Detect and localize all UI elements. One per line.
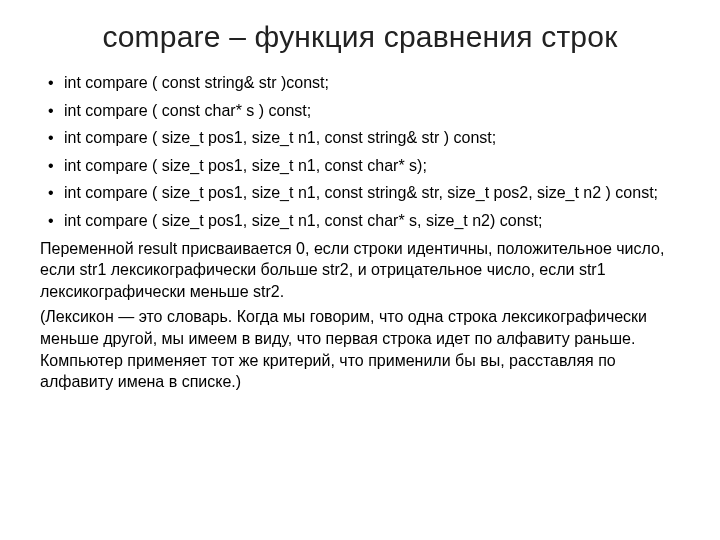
list-item: int compare ( size_t pos1, size_t n1, co… [64,127,684,149]
bullet-list: int compare ( const string& str )const; … [36,72,684,232]
paragraph-result: Переменной result присваивается 0, если … [36,238,684,303]
list-item: int compare ( size_t pos1, size_t n1, co… [64,210,684,232]
list-item: int compare ( size_t pos1, size_t n1, co… [64,182,684,204]
slide: compare – функция сравнения строк int co… [0,0,720,540]
slide-content: int compare ( const string& str )const; … [36,72,684,393]
list-item: int compare ( const string& str )const; [64,72,684,94]
slide-title: compare – функция сравнения строк [36,20,684,54]
list-item: int compare ( const char* s ) const; [64,100,684,122]
paragraph-lexicon: (Лексикон — это словарь. Когда мы говори… [36,306,684,392]
list-item: int compare ( size_t pos1, size_t n1, co… [64,155,684,177]
